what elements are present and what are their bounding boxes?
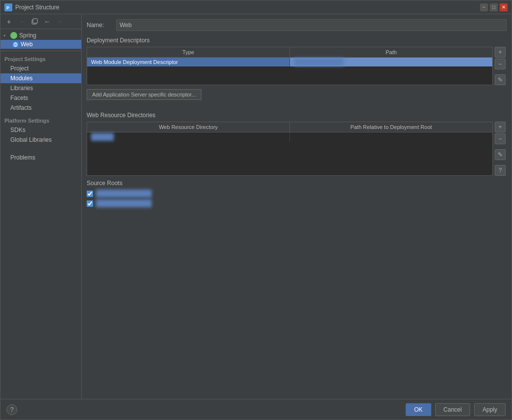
right-panel: Name: Deployment Descriptors Type Path bbox=[82, 14, 512, 399]
dd-side-buttons: + − ✎ bbox=[493, 47, 507, 85]
web-resource-table: Web Resource Directory Path Relative to … bbox=[87, 122, 493, 176]
module-tree: ▾ Spring Web bbox=[0, 29, 81, 51]
remove-button[interactable]: − bbox=[16, 16, 27, 27]
tree-arrow: ▾ bbox=[3, 33, 8, 38]
minimize-button[interactable]: − bbox=[480, 3, 488, 11]
dd-path-cell: blurred-path-value bbox=[290, 58, 493, 67]
source-root-1-path: F:\Java\workspace... bbox=[96, 190, 152, 197]
help-button[interactable]: ? bbox=[6, 404, 17, 415]
web-label: Web bbox=[21, 41, 32, 48]
tree-item-spring[interactable]: ▾ Spring bbox=[0, 31, 81, 40]
sidebar: + − ← → ▾ Spring bbox=[0, 14, 82, 399]
wr-table: Web Resource Directory Path Relative to … bbox=[87, 122, 492, 141]
deployment-table-section: Type Path Web Module Deployment Descript… bbox=[87, 47, 507, 85]
sidebar-item-sdks[interactable]: SDKs bbox=[0, 125, 81, 135]
ok-button[interactable]: OK bbox=[406, 403, 431, 416]
deployment-table: Type Path Web Module Deployment Descript… bbox=[87, 47, 493, 85]
sidebar-item-modules[interactable]: Modules bbox=[0, 73, 81, 83]
sidebar-item-facets[interactable]: Facets bbox=[0, 93, 81, 103]
source-root-2: F:\Java\workspace... bbox=[87, 199, 507, 207]
wr-help-button[interactable]: ? bbox=[495, 165, 506, 176]
bottom-right: OK Cancel Apply bbox=[406, 403, 506, 416]
wr-path-cell bbox=[290, 132, 493, 142]
sidebar-nav: Project Settings Project Modules Librari… bbox=[0, 51, 81, 399]
dd-add-button[interactable]: + bbox=[495, 47, 506, 58]
wr-remove-button[interactable]: − bbox=[495, 133, 506, 144]
dd-edit-button[interactable]: ✎ bbox=[495, 74, 506, 85]
source-root-2-checkbox[interactable] bbox=[87, 200, 93, 207]
add-descriptor-button[interactable]: Add Application Server specific descript… bbox=[87, 89, 201, 100]
nav-forward-button[interactable]: → bbox=[55, 16, 65, 27]
web-resource-label: Web Resource Directories bbox=[87, 112, 507, 119]
wr-side-buttons: + − ✎ ? bbox=[493, 122, 507, 176]
window-controls: − □ ✕ bbox=[480, 3, 508, 11]
svg-text:P: P bbox=[6, 5, 9, 10]
source-root-1: F:\Java\workspace... bbox=[87, 190, 507, 197]
sidebar-toolbar: + − ← → bbox=[0, 14, 81, 29]
col-web-dir: Web Resource Directory bbox=[87, 122, 290, 132]
web-resource-table-section: Web Resource Directory Path Relative to … bbox=[87, 122, 507, 176]
col-path: Path bbox=[290, 47, 493, 58]
copy-button[interactable] bbox=[29, 16, 40, 27]
bottom-bar: ? OK Cancel Apply bbox=[0, 399, 512, 420]
title-bar: P Project Structure − □ ✕ bbox=[0, 0, 512, 14]
source-root-2-path: F:\Java\workspace... bbox=[96, 199, 152, 207]
table-row[interactable]: Web Module Deployment Descriptor blurred… bbox=[87, 58, 492, 67]
name-label: Name: bbox=[87, 22, 116, 29]
web-icon bbox=[12, 41, 19, 48]
spring-icon bbox=[10, 32, 17, 39]
cancel-button[interactable]: Cancel bbox=[435, 403, 470, 416]
table-row[interactable]: blurred bbox=[87, 132, 492, 142]
platform-settings-label: Platform Settings bbox=[0, 115, 81, 125]
apply-button[interactable]: Apply bbox=[474, 403, 506, 416]
dd-remove-button[interactable]: − bbox=[495, 59, 506, 69]
tree-item-web[interactable]: Web bbox=[0, 40, 81, 49]
maximize-button[interactable]: □ bbox=[490, 3, 498, 11]
sidebar-item-project[interactable]: Project bbox=[0, 64, 81, 73]
wr-edit-button[interactable]: ✎ bbox=[495, 149, 506, 160]
dd-table: Type Path Web Module Deployment Descript… bbox=[87, 47, 492, 66]
col-deploy-path: Path Relative to Deployment Root bbox=[290, 122, 493, 132]
wr-dir-cell: blurred bbox=[87, 132, 290, 142]
app-icon: P bbox=[4, 3, 12, 11]
svg-rect-3 bbox=[33, 19, 37, 23]
name-field-row: Name: bbox=[87, 19, 507, 31]
col-type: Type bbox=[87, 47, 290, 58]
nav-back-button[interactable]: ← bbox=[42, 16, 53, 27]
sidebar-item-global-libraries[interactable]: Global Libraries bbox=[0, 135, 81, 145]
blurred-dir: blurred bbox=[91, 133, 114, 141]
source-root-1-checkbox[interactable] bbox=[87, 191, 93, 197]
sidebar-item-libraries[interactable]: Libraries bbox=[0, 83, 81, 93]
source-roots-label: Source Roots bbox=[87, 180, 507, 187]
dd-type-cell: Web Module Deployment Descriptor bbox=[87, 58, 290, 67]
sidebar-item-problems[interactable]: Problems bbox=[0, 153, 81, 162]
name-input[interactable] bbox=[116, 19, 507, 31]
project-structure-window: P Project Structure − □ ✕ + − ← bbox=[0, 0, 512, 420]
blurred-path: blurred-path-value bbox=[294, 58, 344, 66]
title-text: Project Structure bbox=[15, 4, 480, 11]
spring-label: Spring bbox=[19, 32, 36, 39]
deployment-descriptors-label: Deployment Descriptors bbox=[87, 37, 507, 44]
wr-add-button[interactable]: + bbox=[495, 122, 506, 132]
sidebar-item-artifacts[interactable]: Artifacts bbox=[0, 103, 81, 113]
project-settings-label: Project Settings bbox=[0, 53, 81, 64]
bottom-left: ? bbox=[6, 404, 406, 415]
close-button[interactable]: ✕ bbox=[500, 3, 508, 11]
add-button[interactable]: + bbox=[3, 16, 14, 27]
main-content: + − ← → ▾ Spring bbox=[0, 14, 512, 399]
